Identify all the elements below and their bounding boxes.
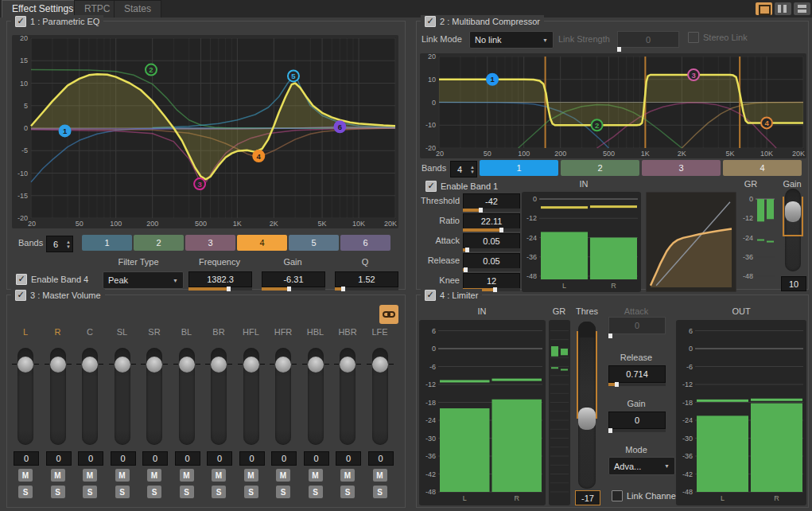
mv-fader-knob[interactable]	[179, 357, 195, 373]
link-channels-button[interactable]	[379, 305, 398, 324]
comp-ratio-slider[interactable]	[463, 228, 520, 232]
eq-filter-type-dropdown[interactable]: Peak▼	[103, 271, 184, 289]
limiter-threshold-fader[interactable]: -17	[575, 320, 600, 505]
mv-channel-value[interactable]: 0	[46, 451, 72, 466]
mv-fader-knob[interactable]	[17, 357, 33, 373]
spinner-arrows-icon[interactable]: ▲▼	[468, 165, 476, 174]
limiter-gain-input[interactable]: 0	[608, 412, 666, 429]
eq-q-slider[interactable]	[335, 287, 398, 291]
compressor-enable-checkbox[interactable]: ✓	[425, 16, 436, 27]
mv-fader-knob[interactable]	[82, 357, 98, 373]
mv-channel-value[interactable]: 0	[78, 451, 103, 466]
mv-solo-button[interactable]: S	[340, 486, 355, 498]
mv-mute-button[interactable]: M	[115, 469, 130, 482]
mv-solo-button[interactable]: S	[212, 486, 226, 498]
limiter-release-slider[interactable]	[608, 383, 666, 386]
comp-band-button-2[interactable]: 2	[561, 160, 639, 176]
mv-fader-track[interactable]	[308, 348, 324, 445]
mv-fader-track[interactable]	[372, 348, 388, 445]
mv-mute-button[interactable]: M	[83, 469, 97, 482]
mv-fader-track[interactable]	[243, 348, 259, 445]
mv-fader-track[interactable]	[211, 348, 227, 445]
link-mode-dropdown[interactable]: No link▼	[469, 31, 554, 49]
mv-mute-button[interactable]: M	[244, 469, 258, 482]
comp-threshold-slider[interactable]	[463, 209, 520, 212]
comp-knee-input[interactable]: 12	[463, 273, 520, 289]
mv-channel-value[interactable]: 0	[336, 451, 361, 466]
mv-fader-track[interactable]	[275, 348, 291, 445]
mv-channel-value[interactable]: 0	[207, 451, 232, 466]
eq-frequency-input[interactable]: 1382.3	[188, 271, 252, 287]
mv-mute-button[interactable]: M	[340, 469, 355, 482]
eq-band-button-2[interactable]: 2	[134, 235, 184, 251]
mv-mute-button[interactable]: M	[51, 469, 65, 482]
mv-channel-value[interactable]: 0	[239, 451, 265, 466]
limiter-mode-dropdown[interactable]: Adva...▼	[608, 457, 675, 475]
mv-fader-knob[interactable]	[211, 357, 227, 373]
mv-solo-button[interactable]: S	[373, 486, 387, 498]
layout-split-rows-button[interactable]	[794, 2, 810, 15]
mv-solo-button[interactable]: S	[180, 486, 194, 498]
mv-mute-button[interactable]: M	[212, 469, 226, 482]
eq-band-button-3[interactable]: 3	[185, 235, 235, 251]
comp-gain-fader[interactable]: 10	[781, 189, 805, 292]
mv-solo-button[interactable]: S	[83, 486, 97, 498]
mv-mute-button[interactable]: M	[373, 469, 387, 482]
mv-fader-track[interactable]	[115, 348, 130, 445]
mv-fader-track[interactable]	[82, 348, 98, 445]
tab-states[interactable]: States	[114, 0, 161, 18]
mv-mute-button[interactable]: M	[276, 469, 290, 482]
mv-solo-button[interactable]: S	[276, 486, 290, 498]
mv-fader-track[interactable]	[50, 348, 66, 445]
mv-solo-button[interactable]: S	[18, 486, 33, 498]
mv-fader-track[interactable]	[179, 348, 195, 445]
comp-bands-spinner[interactable]: 4 ▲▼	[450, 161, 477, 177]
layout-single-pane-button[interactable]	[756, 2, 772, 15]
mv-solo-button[interactable]: S	[51, 486, 65, 498]
mv-channel-value[interactable]: 0	[175, 451, 200, 466]
mv-fader-track[interactable]	[17, 348, 33, 445]
comp-ratio-input[interactable]: 22.11	[463, 213, 520, 229]
comp-gain-fader-knob[interactable]	[785, 201, 801, 222]
eq-frequency-slider[interactable]	[188, 287, 252, 291]
mv-mute-button[interactable]: M	[180, 469, 194, 482]
limiter-gain-slider[interactable]	[608, 429, 666, 432]
comp-gain-value[interactable]: 10	[781, 276, 806, 291]
compressor-crossover-graph[interactable]: 123420100-10-2020501002005001K2K5K10K20K	[420, 53, 806, 158]
mv-mute-button[interactable]: M	[18, 469, 33, 482]
mv-solo-button[interactable]: S	[309, 486, 323, 498]
mv-solo-button[interactable]: S	[147, 486, 161, 498]
eq-q-input[interactable]: 1.52	[335, 271, 398, 287]
mv-channel-value[interactable]: 0	[368, 451, 394, 466]
eq-enable-checkbox[interactable]: ✓	[15, 16, 26, 27]
comp-band-button-4[interactable]: 4	[723, 160, 802, 176]
eq-frequency-response-graph[interactable]: 12345620151050-5-10-15-2020501002005001K…	[12, 35, 398, 228]
eq-gain-slider[interactable]	[262, 287, 325, 291]
limiter-link-channels-checkbox[interactable]	[612, 490, 623, 501]
comp-release-input[interactable]: 0.05	[463, 253, 520, 269]
mv-channel-value[interactable]: 0	[304, 451, 329, 466]
comp-band-button-1[interactable]: 1	[480, 160, 558, 176]
eq-band-button-5[interactable]: 5	[289, 235, 339, 251]
comp-attack-input[interactable]: 0.05	[463, 233, 520, 249]
mv-channel-value[interactable]: 0	[142, 451, 168, 466]
comp-threshold-input[interactable]: -42	[463, 193, 520, 209]
eq-band-button-6[interactable]: 6	[340, 235, 390, 251]
limiter-threshold-value[interactable]: -17	[575, 490, 600, 505]
mv-mute-button[interactable]: M	[147, 469, 161, 482]
mv-fader-knob[interactable]	[340, 357, 355, 373]
spinner-arrows-icon[interactable]: ▲▼	[64, 240, 72, 249]
mv-mute-button[interactable]: M	[309, 469, 323, 482]
mv-fader-track[interactable]	[146, 348, 162, 445]
limiter-release-input[interactable]: 0.714	[608, 365, 666, 383]
mv-fader-knob[interactable]	[146, 357, 162, 373]
mv-fader-knob[interactable]	[243, 357, 259, 373]
mv-fader-knob[interactable]	[115, 357, 130, 373]
mv-solo-button[interactable]: S	[115, 486, 130, 498]
eq-band-button-1[interactable]: 1	[82, 235, 132, 251]
comp-band-button-3[interactable]: 3	[642, 160, 721, 176]
limiter-threshold-knob[interactable]	[578, 408, 596, 430]
eq-enable-band-checkbox[interactable]: ✓	[16, 274, 27, 285]
mv-fader-knob[interactable]	[372, 357, 388, 373]
mv-fader-knob[interactable]	[50, 357, 66, 373]
